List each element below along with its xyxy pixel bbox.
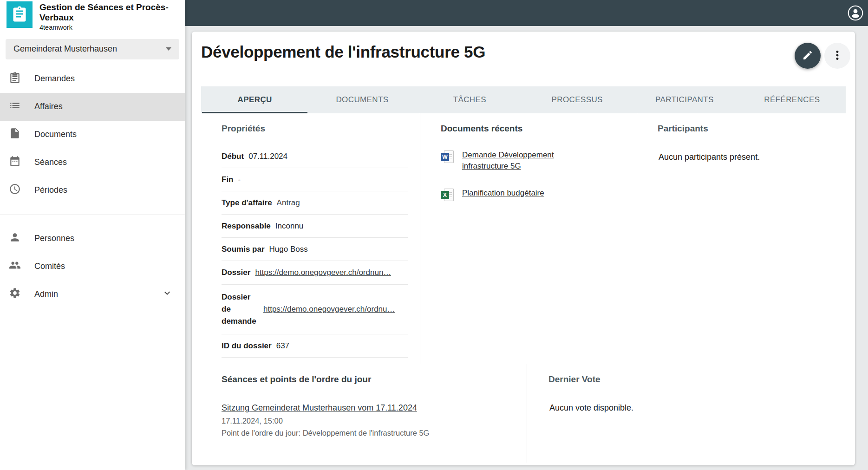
sidebar-item-admin[interactable]: Admin (0, 281, 185, 308)
property-value: - (238, 175, 241, 185)
sidebar-item-label: Comités (34, 261, 65, 271)
sidebar: Gestion de Séances et Procès-Verbaux 4te… (0, 0, 185, 470)
sidebar-item-seances[interactable]: Séances (0, 149, 185, 176)
property-row-dossier: Dossier https://demo.onegovgever.ch/ordn… (222, 261, 408, 284)
clock-icon (9, 183, 21, 197)
property-row-debut: Début 07.11.2024 (222, 145, 408, 168)
calendar-icon (9, 155, 21, 170)
property-row-responsable: Responsable Inconnu (222, 215, 408, 238)
sidebar-item-label: Séances (34, 157, 67, 167)
word-file-icon: W (441, 150, 455, 164)
clipboard-icon (9, 72, 21, 86)
property-link-antrag[interactable]: Antrag (277, 198, 300, 208)
sidebar-item-label: Personnes (34, 234, 74, 243)
participants-section: Participants Aucun participants présent. (637, 113, 846, 364)
property-row-fin: Fin - (222, 168, 408, 191)
properties-table: Début 07.11.2024 Fin - Type d'affaire An… (222, 145, 408, 358)
property-link-dossier[interactable]: https://demo.onegovgever.ch/ordnun… (255, 268, 391, 278)
sidebar-item-comites[interactable]: Comités (0, 253, 185, 281)
property-link-dossier-demande[interactable]: https://demo.onegovgever.ch/ordnu… (263, 304, 395, 314)
tab-processus[interactable]: PROCESSUS (523, 86, 631, 113)
excel-file-icon: X (441, 189, 455, 202)
list-icon (9, 99, 21, 114)
property-label: Dossier de demande (222, 291, 259, 328)
tab-references[interactable]: RÉFÉRENCES (738, 86, 846, 113)
property-value: Hugo Boss (269, 244, 308, 255)
property-row-dossier-demande: Dossier de demande https://demo.onegovge… (222, 285, 408, 334)
group-icon (9, 259, 21, 274)
person-icon (9, 231, 21, 246)
last-vote-section: Dernier Vote Aucun vote disponible. (527, 364, 846, 463)
pencil-icon (802, 50, 813, 62)
page-title: Développement de l'infrastructure 5G (201, 43, 485, 61)
tab-apercu[interactable]: APERÇU (201, 86, 308, 113)
last-vote-empty-text: Aucun vote disponible. (549, 403, 834, 413)
meetings-section: Séances et points de l'ordre du jour Sit… (201, 364, 527, 463)
property-row-soumis-par: Soumis par Hugo Boss (222, 238, 408, 261)
property-label: Fin (222, 175, 234, 185)
document-item-word: W Demande Développement infrastructure 5… (441, 150, 586, 172)
edit-button[interactable] (795, 43, 821, 69)
sidebar-item-label: Affaires (34, 102, 63, 111)
property-value: Inconnu (275, 221, 304, 231)
sidebar-item-label: Admin (34, 289, 58, 299)
properties-heading: Propriétés (222, 124, 408, 134)
sidebar-item-documents[interactable]: Documents (0, 121, 185, 149)
gear-icon (9, 287, 21, 301)
overview-bottom-row: Séances et points de l'ordre du jour Sit… (201, 364, 846, 463)
app-brand: Gestion de Séances et Procès-Verbaux 4te… (0, 0, 185, 34)
recent-documents-section: Documents récents W Demande Développemen… (420, 113, 637, 364)
sidebar-item-label: Périodes (34, 185, 67, 195)
app-brand-text: Gestion de Séances et Procès-Verbaux 4te… (39, 1, 170, 31)
property-row-type-affaire: Type d'affaire Antrag (222, 191, 408, 215)
main-content: Développement de l'infrastructure 5G APE… (185, 26, 868, 470)
chevron-down-icon (166, 47, 171, 51)
meeting-datetime: 17.11.2024, 15:00 (222, 415, 515, 427)
committee-selector[interactable]: Gemeinderat Musterhausen (6, 39, 179, 59)
overview-top-row: Propriétés Début 07.11.2024 Fin - Type d… (201, 113, 846, 364)
property-label: Soumis par (222, 244, 265, 255)
tab-taches[interactable]: TÂCHES (416, 86, 523, 113)
document-item-excel: X Planification budgétaire (441, 188, 586, 202)
sidebar-item-personnes[interactable]: Personnes (0, 225, 185, 253)
participants-empty-text: Aucun participants présent. (659, 152, 834, 162)
chevron-down-icon (162, 287, 173, 301)
properties-section: Propriétés Début 07.11.2024 Fin - Type d… (201, 113, 420, 364)
sidebar-item-periodes[interactable]: Périodes (0, 176, 185, 204)
property-label: Début (222, 151, 244, 162)
property-label: Responsable (222, 221, 271, 231)
user-avatar-button[interactable] (848, 5, 863, 21)
property-value: 637 (276, 341, 289, 351)
topbar (185, 0, 868, 26)
last-vote-heading: Dernier Vote (548, 374, 834, 385)
sidebar-divider (0, 215, 185, 215)
more-menu-button[interactable] (824, 43, 850, 69)
tab-documents[interactable]: DOCUMENTS (308, 86, 416, 113)
document-icon (9, 127, 21, 142)
sidebar-item-affaires[interactable]: Affaires (0, 93, 185, 121)
clipboard-logo-icon (11, 6, 28, 24)
committee-selector-value: Gemeinderat Musterhausen (13, 44, 117, 54)
property-label: Type d'affaire (222, 198, 272, 208)
sidebar-menu: Demandes Affaires Documents Séances Péri… (0, 65, 185, 308)
recent-documents-heading: Documents récents (441, 124, 625, 134)
sidebar-item-label: Documents (34, 130, 77, 139)
document-link-word[interactable]: Demande Développement infrastructure 5G (462, 150, 586, 172)
property-label: Dossier (222, 268, 250, 278)
user-avatar-icon (848, 15, 863, 22)
sidebar-item-demandes[interactable]: Demandes (0, 65, 185, 93)
more-vert-icon (831, 49, 843, 63)
sidebar-item-label: Demandes (34, 74, 75, 84)
app-logo (7, 1, 33, 28)
document-link-excel[interactable]: Planification budgétaire (462, 188, 544, 199)
app-subtitle: 4teamwork (39, 24, 170, 31)
property-value: 07.11.2024 (248, 151, 287, 162)
affair-card: Développement de l'infrastructure 5G APE… (192, 32, 855, 465)
property-label: ID du dossier (222, 341, 272, 351)
tab-bar: APERÇU DOCUMENTS TÂCHES PROCESSUS PARTIC… (201, 86, 846, 113)
tab-participants[interactable]: PARTICIPANTS (631, 86, 738, 113)
meeting-link[interactable]: Sitzung Gemeinderat Musterhausen vom 17.… (222, 403, 417, 413)
property-row-id-dossier: ID du dossier 637 (222, 334, 408, 358)
app-title: Gestion de Séances et Procès-Verbaux (39, 2, 170, 23)
meetings-heading: Séances et points de l'ordre du jour (222, 374, 515, 385)
